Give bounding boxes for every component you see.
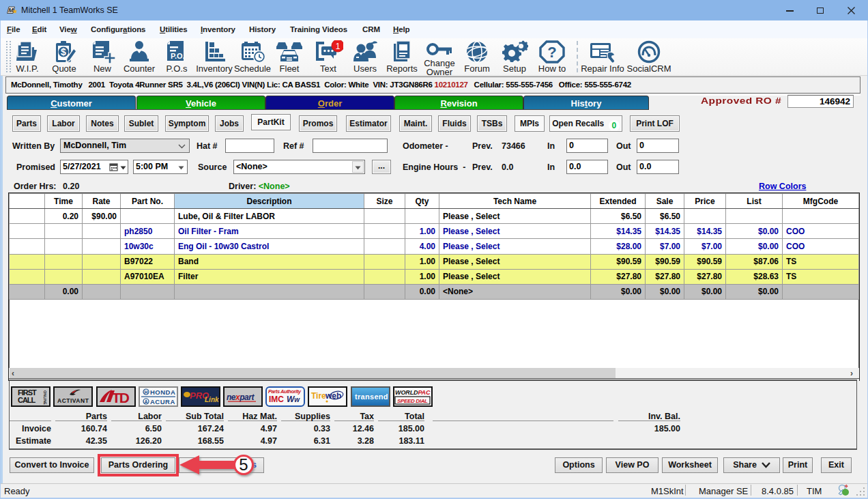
svg-text:M: M (8, 7, 14, 14)
svg-text:ACTIVANT: ACTIVANT (57, 397, 89, 404)
svg-text:1: 1 (336, 42, 341, 51)
svg-text:CALL: CALL (18, 396, 36, 404)
svg-text:ONLINE: ONLINE (43, 390, 47, 405)
svg-text:Ww: Ww (287, 395, 300, 404)
svg-text:5: 5 (239, 455, 248, 474)
svg-text:P.O.: P.O. (171, 52, 185, 60)
svg-text:WORLDPAC: WORLDPAC (395, 389, 431, 396)
svg-text:A: A (145, 399, 148, 404)
svg-text:Link: Link (205, 396, 219, 403)
svg-text:nexpart: nexpart (227, 393, 255, 402)
svg-text:transend: transend (355, 393, 388, 401)
svg-text:Tire: Tire (311, 391, 326, 401)
svg-text:?: ? (547, 44, 556, 61)
svg-text:$: $ (61, 46, 66, 57)
svg-text:H: H (145, 390, 148, 395)
svg-text:TD: TD (112, 390, 130, 405)
svg-text:ACURA: ACURA (150, 398, 175, 405)
svg-text:IMC: IMC (269, 395, 284, 404)
svg-text:SPEED DIAL: SPEED DIAL (397, 398, 428, 404)
svg-text:HONDA: HONDA (150, 388, 175, 396)
svg-text:Parts Authority: Parts Authority (268, 388, 302, 395)
